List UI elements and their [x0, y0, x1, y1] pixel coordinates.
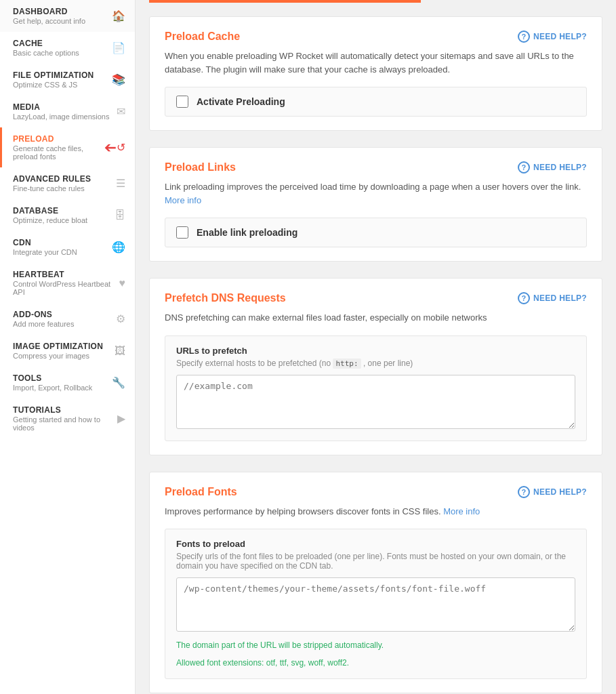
prefetch-dns-box: URLs to prefetch Specify external hosts … — [165, 335, 587, 441]
preload-cache-help[interactable]: ? NEED HELP? — [518, 30, 587, 43]
sidebar-item-title-database: DATABASE — [13, 206, 109, 216]
sidebar-item-title-preload: PRELOAD — [13, 134, 102, 144]
prefetch-dns-title: Prefetch DNS Requests — [165, 292, 286, 304]
sidebar-icon-add-ons: ⚙ — [116, 312, 125, 325]
sidebar-item-advanced-rules[interactable]: ADVANCED RULESFine-tune cache rules☰ — [0, 167, 135, 199]
sidebar-icon-image-optimization: 🖼 — [115, 345, 125, 357]
preload-cache-section: Preload Cache ? NEED HELP? When you enab… — [149, 16, 602, 131]
active-indicator: ➔ ↺ — [102, 139, 125, 157]
sidebar-icon-tutorials: ▶ — [117, 412, 125, 425]
top-bar — [149, 0, 602, 3]
preload-cache-header: Preload Cache ? NEED HELP? — [165, 30, 587, 43]
sidebar-icon-cdn: 🌐 — [112, 241, 125, 253]
help-icon-3: ? — [518, 292, 530, 304]
preload-fonts-header: Preload Fonts ? NEED HELP? — [165, 486, 587, 498]
preload-fonts-section: Preload Fonts ? NEED HELP? Improves perf… — [149, 472, 602, 694]
sidebar-icon-cache: 📄 — [112, 41, 125, 54]
sidebar-item-sub-heartbeat: Control WordPress Heartbeat API — [13, 280, 114, 296]
preload-cache-desc: When you enable preloading WP Rocket wil… — [165, 49, 587, 76]
enable-link-preloading-checkbox[interactable] — [176, 226, 188, 239]
sidebar-item-title-add-ons: ADD-ONS — [13, 310, 110, 319]
enable-link-preloading-row: Enable link preloading — [165, 218, 587, 247]
preload-links-more-info[interactable]: More info — [165, 195, 201, 205]
urls-prefetch-textarea[interactable] — [176, 375, 575, 429]
sidebar-item-sub-database: Optimize, reduce bloat — [13, 216, 109, 224]
sidebar-item-title-tutorials: TUTORIALS — [13, 405, 112, 415]
sidebar-item-tools[interactable]: TOOLSImport, Export, Rollback🔧 — [0, 367, 135, 399]
activate-preloading-checkbox[interactable] — [176, 96, 188, 108]
sidebar-item-image-optimization[interactable]: IMAGE OPTIMIZATIONCompress your images🖼 — [0, 335, 135, 367]
sidebar-item-tutorials[interactable]: TUTORIALSGetting started and how to vide… — [0, 399, 135, 438]
sidebar-item-cache[interactable]: CACHEBasic cache options📄 — [0, 32, 135, 64]
sidebar-item-sub-image-optimization: Compress your images — [13, 352, 109, 360]
fonts-to-preload-box: Fonts to preload Specify urls of the fon… — [165, 529, 587, 679]
sidebar-item-sub-cache: Basic cache options — [13, 49, 106, 57]
sidebar: DASHBOARDGet help, account info🏠CACHEBas… — [0, 0, 136, 694]
sidebar-item-database[interactable]: DATABASEOptimize, reduce bloat🗄 — [0, 199, 135, 231]
enable-link-preloading-label[interactable]: Enable link preloading — [197, 227, 297, 238]
http-code: http: — [333, 359, 361, 369]
preload-links-header: Preload Links ? NEED HELP? — [165, 161, 587, 174]
fonts-to-preload-title: Fonts to preload — [176, 539, 575, 549]
preload-links-help[interactable]: ? NEED HELP? — [518, 161, 587, 174]
preload-links-section: Preload Links ? NEED HELP? Link preloadi… — [149, 147, 602, 262]
help-icon: ? — [518, 30, 530, 43]
fonts-hint-2: Allowed font extensions: otf, ttf, svg, … — [176, 657, 575, 669]
sidebar-item-sub-tutorials: Getting started and how to videos — [13, 415, 112, 432]
sidebar-item-sub-tools: Import, Export, Rollback — [13, 384, 106, 392]
sidebar-item-file-optimization[interactable]: FILE OPTIMIZATIONOptimize CSS & JS📚 — [0, 64, 135, 96]
sidebar-item-title-media: MEDIA — [13, 102, 111, 112]
fonts-hint-1: The domain part of the URL will be strip… — [176, 639, 575, 651]
prefetch-dns-header: Prefetch DNS Requests ? NEED HELP? — [165, 292, 587, 304]
fonts-preload-textarea[interactable] — [176, 577, 575, 632]
sidebar-item-sub-media: LazyLoad, image dimensions — [13, 113, 111, 121]
sidebar-icon-dashboard: 🏠 — [112, 9, 125, 22]
sidebar-icon-media: ✉ — [117, 105, 125, 118]
sidebar-icon-advanced-rules: ☰ — [116, 177, 125, 190]
sidebar-item-sub-file-optimization: Optimize CSS & JS — [13, 81, 106, 89]
sidebar-item-title-cdn: CDN — [13, 238, 106, 247]
urls-to-prefetch-desc: Specify external hosts to be prefetched … — [176, 359, 575, 368]
sidebar-item-dashboard[interactable]: DASHBOARDGet help, account info🏠 — [0, 0, 135, 32]
sidebar-item-title-advanced-rules: ADVANCED RULES — [13, 174, 110, 184]
sidebar-icon-database: 🗄 — [115, 209, 125, 222]
prefetch-dns-help[interactable]: ? NEED HELP? — [518, 292, 587, 304]
preload-fonts-help[interactable]: ? NEED HELP? — [518, 486, 587, 498]
help-icon-4: ? — [518, 486, 530, 498]
urls-to-prefetch-title: URLs to prefetch — [176, 346, 575, 356]
sidebar-item-sub-dashboard: Get help, account info — [13, 17, 106, 25]
preload-fonts-desc: Improves performance by helping browsers… — [165, 505, 587, 518]
main-content: Preload Cache ? NEED HELP? When you enab… — [136, 0, 616, 694]
preload-cache-title: Preload Cache — [165, 30, 240, 43]
activate-preloading-label[interactable]: Activate Preloading — [197, 96, 285, 107]
sidebar-item-heartbeat[interactable]: HEARTBEATControl WordPress Heartbeat API… — [0, 263, 135, 303]
activate-preloading-row: Activate Preloading — [165, 87, 587, 117]
preload-fonts-more-info[interactable]: More info — [443, 506, 480, 516]
sidebar-item-sub-cdn: Integrate your CDN — [13, 248, 106, 256]
sidebar-icon-heartbeat: ♥ — [119, 277, 126, 289]
fonts-to-preload-desc: Specify urls of the font files to be pre… — [176, 552, 575, 571]
preload-links-desc: Link preloading improves the perceived l… — [165, 180, 587, 207]
sidebar-icon-file-optimization: 📚 — [112, 73, 125, 86]
prefetch-dns-desc: DNS prefetching can make external files … — [165, 311, 587, 325]
sidebar-item-title-file-optimization: FILE OPTIMIZATION — [13, 70, 106, 80]
prefetch-dns-section: Prefetch DNS Requests ? NEED HELP? DNS p… — [149, 278, 602, 455]
sidebar-item-title-dashboard: DASHBOARD — [13, 7, 106, 16]
sidebar-item-title-cache: CACHE — [13, 39, 106, 48]
sidebar-item-title-image-optimization: IMAGE OPTIMIZATION — [13, 342, 109, 351]
sidebar-item-preload[interactable]: PRELOADGenerate cache files, preload fon… — [0, 127, 135, 167]
sidebar-item-title-tools: TOOLS — [13, 373, 106, 383]
help-icon-2: ? — [518, 161, 530, 174]
active-arrow-icon: ➔ — [104, 139, 117, 157]
sidebar-item-sub-preload: Generate cache files, preload fonts — [13, 144, 102, 161]
preload-links-title: Preload Links — [165, 161, 236, 174]
preload-fonts-title: Preload Fonts — [165, 486, 237, 498]
sidebar-item-media[interactable]: MEDIALazyLoad, image dimensions✉ — [0, 96, 135, 127]
sidebar-item-cdn[interactable]: CDNIntegrate your CDN🌐 — [0, 231, 135, 263]
sidebar-item-sub-add-ons: Add more features — [13, 320, 110, 328]
sidebar-item-title-heartbeat: HEARTBEAT — [13, 270, 114, 279]
sidebar-item-add-ons[interactable]: ADD-ONSAdd more features⚙ — [0, 303, 135, 335]
refresh-icon[interactable]: ↺ — [117, 141, 125, 154]
sidebar-icon-tools: 🔧 — [112, 376, 125, 389]
sidebar-item-sub-advanced-rules: Fine-tune cache rules — [13, 184, 110, 192]
